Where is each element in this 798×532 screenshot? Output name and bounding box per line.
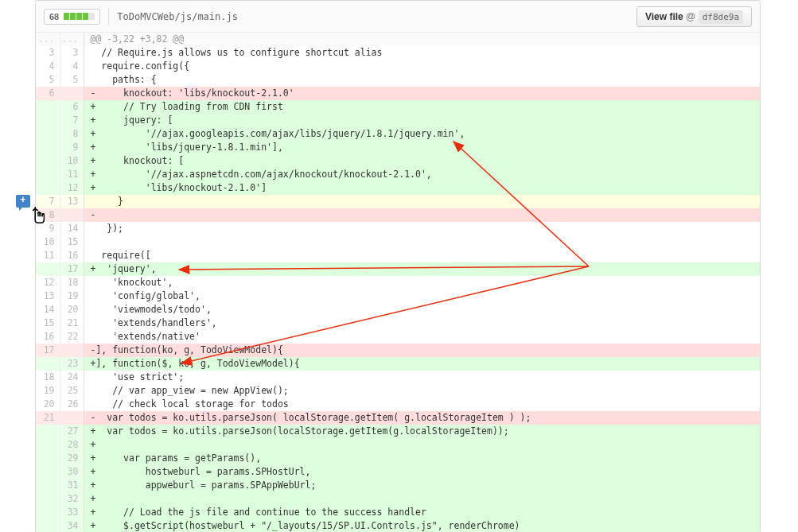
line-number-old[interactable]: 15 <box>36 316 60 330</box>
diff-line[interactable]: 12+ 'libs/knockout-2.1.0'] <box>36 181 760 195</box>
line-number-old[interactable] <box>36 519 60 532</box>
line-number-old[interactable]: 17 <box>36 344 60 357</box>
line-number-new[interactable]: 4 <box>60 60 84 73</box>
line-number-new[interactable]: 30 <box>60 465 84 479</box>
line-number-old[interactable] <box>36 141 60 154</box>
diff-line[interactable]: 55 paths: { <box>36 73 760 87</box>
line-number-new[interactable]: 25 <box>60 384 84 398</box>
line-number-new[interactable]: 15 <box>60 235 84 249</box>
diff-line[interactable]: 1622 'extends/native' <box>36 330 760 344</box>
diff-line[interactable]: 1824 'use strict'; <box>36 371 760 384</box>
line-number-new[interactable]: 32 <box>60 492 84 506</box>
line-number-new[interactable]: 21 <box>60 316 84 330</box>
line-number-old[interactable] <box>36 506 60 519</box>
diff-line[interactable]: 914 }); <box>36 222 760 235</box>
line-number-old[interactable]: 6 <box>36 87 60 100</box>
line-number-old[interactable]: 18 <box>36 371 60 384</box>
line-number-new[interactable]: 11 <box>60 168 84 181</box>
line-number-old[interactable]: 12 <box>36 276 60 289</box>
line-number-new[interactable]: 34 <box>60 519 84 532</box>
diff-line[interactable]: 6+ // Try loading from CDN first <box>36 100 760 114</box>
line-number-old[interactable]: 21 <box>36 411 60 425</box>
diff-line[interactable]: 17+ 'jquery', <box>36 262 760 276</box>
diff-line[interactable]: 33 // Require.js allows us to configure … <box>36 46 760 60</box>
line-number-new[interactable]: 22 <box>60 330 84 344</box>
diff-line[interactable]: 21- var todos = ko.utils.parseJson( loca… <box>36 411 760 425</box>
line-number-new[interactable]: 9 <box>60 141 84 154</box>
line-number-new[interactable]: 33 <box>60 506 84 519</box>
line-number-new[interactable] <box>60 411 84 425</box>
line-number-old[interactable] <box>36 357 60 371</box>
diff-line[interactable]: 8+ '//ajax.googleapis.com/ajax/libs/jque… <box>36 127 760 141</box>
line-number-old[interactable]: 5 <box>36 73 60 87</box>
diff-line[interactable]: 1420 'viewmodels/todo', <box>36 303 760 316</box>
diff-line[interactable]: 28+ <box>36 438 760 452</box>
line-number-new[interactable]: 8 <box>60 127 84 141</box>
line-number-new[interactable]: 16 <box>60 249 84 262</box>
line-number-new[interactable]: 26 <box>60 398 84 411</box>
line-number-new[interactable]: 31 <box>60 479 84 492</box>
diff-line[interactable]: 44 require.config({ <box>36 60 760 73</box>
diff-line[interactable]: 29+ var params = getParams(), <box>36 452 760 465</box>
diff-line[interactable]: 1521 'extends/handlers', <box>36 316 760 330</box>
line-number-new[interactable]: 18 <box>60 276 84 289</box>
diff-line[interactable]: 713 } <box>36 195 760 208</box>
line-number-old[interactable] <box>36 438 60 452</box>
line-number-new[interactable]: 12 <box>60 181 84 195</box>
diff-line[interactable]: 34+ $.getScript(hostweburl + "/_layouts/… <box>36 519 760 532</box>
line-number-new[interactable]: 29 <box>60 452 84 465</box>
diff-line[interactable]: 33+ // Load the js file and continue to … <box>36 506 760 519</box>
line-number-old[interactable] <box>36 262 60 276</box>
line-number-old[interactable]: 16 <box>36 330 60 344</box>
line-number-new[interactable]: 13 <box>60 195 84 208</box>
line-number-old[interactable]: 13 <box>36 289 60 303</box>
line-number-new[interactable]: 7 <box>60 114 84 127</box>
line-number-old[interactable] <box>36 425 60 438</box>
diff-line[interactable]: 8- <box>36 208 760 222</box>
line-number-old[interactable]: 4 <box>36 60 60 73</box>
line-number-old[interactable] <box>36 479 60 492</box>
diff-line[interactable]: 1925 // var app_view = new AppView(); <box>36 384 760 398</box>
diff-line[interactable]: 31+ appweburl = params.SPAppWebUrl; <box>36 479 760 492</box>
line-number-new[interactable]: 5 <box>60 73 84 87</box>
diff-line[interactable]: 17-], function(ko, g, TodoViewModel){ <box>36 344 760 357</box>
diff-line[interactable]: 1116 require([ <box>36 249 760 262</box>
line-number-new[interactable]: 20 <box>60 303 84 316</box>
diff-line[interactable]: 6- knockout: 'libs/knockout-2.1.0' <box>36 87 760 100</box>
line-number-old[interactable] <box>36 168 60 181</box>
diff-line[interactable]: 1319 'config/global', <box>36 289 760 303</box>
line-number-old[interactable] <box>36 452 60 465</box>
diff-line[interactable]: 11+ '//ajax.aspnetcdn.com/ajax/knockout/… <box>36 168 760 181</box>
line-number-old[interactable] <box>36 100 60 114</box>
line-number-new[interactable]: 19 <box>60 289 84 303</box>
line-number-new[interactable]: 23 <box>60 357 84 371</box>
line-number-old[interactable]: 3 <box>36 46 60 60</box>
diff-line[interactable]: 32+ <box>36 492 760 506</box>
line-number-new[interactable] <box>60 344 84 357</box>
file-path[interactable]: ToDoMVCWeb/js/main.js <box>117 11 238 22</box>
diff-line[interactable]: 1015 <box>36 235 760 249</box>
line-number-old[interactable] <box>36 181 60 195</box>
line-number-new[interactable]: 10 <box>60 154 84 168</box>
line-number-new[interactable]: 14 <box>60 222 84 235</box>
diff-line[interactable]: 23+], function($, ko, g, TodoViewModel){ <box>36 357 760 371</box>
line-number-old[interactable] <box>36 492 60 506</box>
line-number-old[interactable]: 19 <box>36 384 60 398</box>
line-number-new[interactable] <box>60 87 84 100</box>
diff-line[interactable]: 9+ 'libs/jquery-1.8.1.min'], <box>36 141 760 154</box>
diff-line[interactable]: 7+ jquery: [ <box>36 114 760 127</box>
line-number-new[interactable]: 27 <box>60 425 84 438</box>
line-number-new[interactable]: 3 <box>60 46 84 60</box>
line-number-new[interactable] <box>60 208 84 222</box>
line-number-new[interactable]: 28 <box>60 438 84 452</box>
line-number-old[interactable]: 20 <box>36 398 60 411</box>
line-number-old[interactable]: 14 <box>36 303 60 316</box>
line-number-old[interactable] <box>36 127 60 141</box>
line-number-old[interactable] <box>36 114 60 127</box>
line-number-old[interactable] <box>36 465 60 479</box>
diff-stats[interactable]: 68 <box>44 9 100 25</box>
diff-line[interactable]: 10+ knockout: [ <box>36 154 760 168</box>
diff-line[interactable]: 1218 'knockout', <box>36 276 760 289</box>
line-number-new[interactable]: 17 <box>60 262 84 276</box>
line-number-old[interactable]: 10 <box>36 235 60 249</box>
